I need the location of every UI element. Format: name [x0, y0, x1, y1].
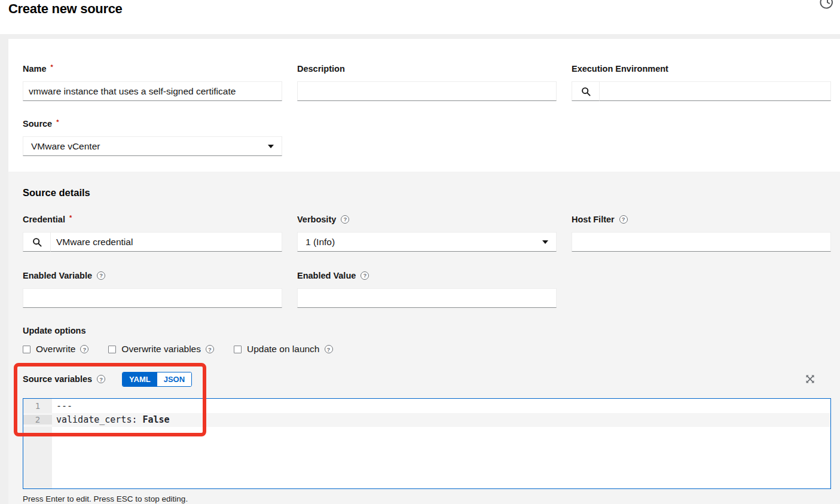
expand-arrows-icon [805, 374, 815, 384]
update-on-launch-checkbox-item: Update on launch ? [234, 344, 333, 355]
enabled-variable-input[interactable] [23, 288, 282, 308]
required-asterisk: * [56, 118, 59, 126]
overwrite-checkbox[interactable] [23, 346, 30, 353]
update-options-label: Update options [23, 326, 826, 335]
yaml-toggle-button[interactable]: YAML [123, 372, 157, 386]
source-select-value: VMware vCenter [31, 141, 100, 152]
credential-label: Credential [23, 215, 65, 224]
enabled-value-input[interactable] [297, 288, 557, 308]
credential-field-group: Credential * [23, 215, 282, 252]
overwrite-checkbox-item: Overwrite ? [23, 344, 88, 355]
page-title: Create new source [8, 1, 123, 17]
help-icon[interactable]: ? [80, 345, 88, 353]
create-source-form-card: Name * Description Execution Environment [8, 39, 840, 504]
search-icon [32, 237, 42, 247]
source-details-heading: Source details [23, 187, 826, 198]
host-filter-field-group: Host Filter ? [572, 215, 831, 252]
history-icon-glyph [820, 0, 835, 10]
source-variables-header-row: Source variables ? YAML JSON [23, 371, 826, 387]
name-field-group: Name * [23, 64, 282, 101]
help-icon[interactable]: ? [361, 271, 369, 280]
code-text: --- [52, 401, 830, 411]
overwrite-variables-checkbox[interactable] [108, 346, 116, 353]
editor-helper-text: Press Enter to edit. Press ESC to stop e… [23, 494, 826, 503]
update-on-launch-checkbox[interactable] [234, 346, 242, 353]
description-label: Description [297, 64, 345, 74]
page-header: Create new source [0, 0, 840, 34]
history-icon[interactable] [820, 0, 835, 10]
update-on-launch-checkbox-label: Update on launch [247, 344, 320, 355]
help-icon[interactable]: ? [206, 345, 214, 353]
overwrite-checkbox-label: Overwrite [36, 344, 75, 355]
verbosity-field-group: Verbosity ? 1 (Info) [297, 215, 557, 252]
required-asterisk: * [51, 63, 53, 71]
overwrite-variables-checkbox-item: Overwrite variables ? [108, 344, 214, 355]
help-icon[interactable]: ? [97, 375, 105, 383]
help-icon[interactable]: ? [619, 215, 628, 224]
help-icon[interactable]: ? [325, 345, 333, 353]
host-filter-input[interactable] [572, 232, 831, 252]
name-label: Name [23, 64, 47, 74]
credential-input[interactable] [51, 232, 282, 252]
search-icon [581, 87, 591, 96]
line-number: 2 [23, 415, 52, 424]
credential-search-button[interactable] [23, 232, 51, 252]
enabled-variable-label: Enabled Variable [23, 271, 92, 280]
code-text: validate_certs: False [52, 414, 830, 425]
host-filter-label: Host Filter [572, 215, 615, 224]
source-label: Source [23, 119, 52, 129]
chevron-down-icon [542, 240, 548, 247]
help-icon[interactable]: ? [341, 215, 349, 224]
source-variables-label: Source variables [23, 374, 92, 384]
description-input[interactable] [297, 81, 557, 101]
execution-environment-input[interactable] [600, 81, 831, 101]
required-asterisk: * [69, 214, 72, 221]
verbosity-select-value: 1 (Info) [306, 237, 335, 248]
verbosity-label: Verbosity [297, 215, 336, 224]
update-options-group: Update options Overwrite ? Overwrite var… [23, 326, 826, 355]
editor-line-1[interactable]: 1 --- [23, 399, 830, 413]
enabled-variable-field-group: Enabled Variable ? [23, 271, 282, 308]
description-field-group: Description [297, 64, 557, 101]
execution-environment-search-button[interactable] [572, 81, 600, 101]
editor-line-2[interactable]: 2 validate_certs: False [23, 413, 830, 427]
name-input[interactable] [23, 81, 282, 101]
line-number: 1 [23, 401, 52, 411]
source-select[interactable]: VMware vCenter [23, 136, 282, 156]
execution-environment-field-group: Execution Environment [572, 64, 831, 101]
verbosity-select[interactable]: 1 (Info) [297, 232, 557, 252]
source-variables-code-editor[interactable]: 1 --- 2 validate_certs: False [23, 398, 831, 489]
source-details-section: Source details Credential * [8, 172, 840, 504]
execution-environment-label: Execution Environment [572, 64, 668, 74]
overwrite-variables-checkbox-label: Overwrite variables [121, 344, 201, 355]
enabled-value-label: Enabled Value [297, 271, 356, 280]
expand-editor-button[interactable] [805, 374, 816, 384]
json-toggle-button[interactable]: JSON [157, 372, 191, 386]
help-icon[interactable]: ? [97, 271, 105, 280]
chevron-down-icon [268, 145, 274, 151]
format-toggle-group: YAML JSON [122, 372, 192, 387]
source-field-group: Source * VMware vCenter [23, 119, 282, 156]
enabled-value-field-group: Enabled Value ? [297, 271, 557, 308]
